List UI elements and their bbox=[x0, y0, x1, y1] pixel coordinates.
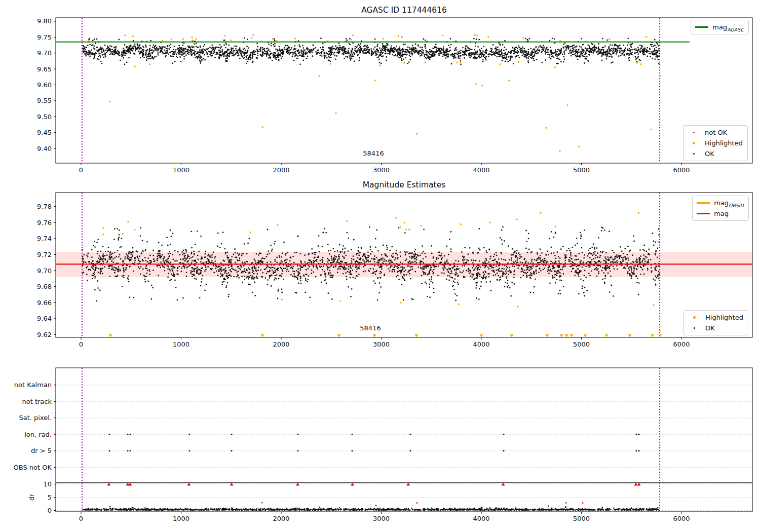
legend-label: Highlighted bbox=[705, 140, 743, 146]
svg-text:9.78: 9.78 bbox=[37, 203, 52, 210]
charts-canvas: 01000200030004000500060009.409.459.509.5… bbox=[0, 0, 760, 532]
svg-text:9.80: 9.80 bbox=[37, 17, 52, 25]
legend-label: magOBSID bbox=[714, 200, 744, 206]
legend-label: not OK bbox=[705, 129, 727, 136]
legend-entry-highlighted: Highlighted bbox=[687, 138, 743, 148]
svg-text:9.65: 9.65 bbox=[37, 65, 52, 73]
svg-text:1000: 1000 bbox=[173, 340, 189, 348]
svg-text:2000: 2000 bbox=[273, 166, 289, 174]
svg-text:9.75: 9.75 bbox=[37, 33, 52, 41]
svg-text:6000: 6000 bbox=[673, 515, 690, 522]
legend-label: magAGASC bbox=[712, 24, 744, 30]
legend-entry-not-ok: not OK bbox=[687, 127, 743, 138]
legend-entry-highlighted: Highlighted bbox=[688, 312, 743, 323]
legend-middle-status: HighlightedOK bbox=[683, 310, 748, 335]
legend-label: Highlighted bbox=[705, 314, 743, 321]
svg-text:9.64: 9.64 bbox=[37, 315, 52, 322]
legend-entry-mag: mag bbox=[696, 208, 744, 219]
legend-label: mag bbox=[714, 210, 729, 217]
legend-top-status: not OKHighlightedOK bbox=[683, 125, 748, 161]
dot-swatch-black bbox=[687, 153, 701, 155]
svg-text:dr > 5: dr > 5 bbox=[31, 447, 52, 454]
middle-plot-obsid-annotation: 58416 bbox=[360, 324, 381, 332]
svg-text:9.74: 9.74 bbox=[37, 235, 52, 242]
svg-text:5000: 5000 bbox=[573, 515, 590, 522]
legend-label: OK bbox=[705, 150, 714, 157]
dot-swatch-orange bbox=[687, 142, 701, 144]
svg-text:9.50: 9.50 bbox=[37, 113, 52, 121]
svg-text:0: 0 bbox=[79, 166, 83, 174]
svg-text:3000: 3000 bbox=[373, 166, 390, 174]
svg-text:9.72: 9.72 bbox=[37, 251, 52, 258]
svg-text:6000: 6000 bbox=[673, 340, 690, 348]
legend-entry-ok: OK bbox=[688, 323, 743, 333]
svg-text:1000: 1000 bbox=[173, 166, 189, 174]
svg-text:4000: 4000 bbox=[473, 340, 489, 348]
svg-text:5: 5 bbox=[48, 493, 52, 501]
svg-text:2000: 2000 bbox=[273, 340, 289, 348]
legend-entry-magagasc: magAGASC bbox=[695, 22, 744, 32]
svg-text:0: 0 bbox=[48, 507, 52, 514]
bottom-plot: 0100020003000400050006000not Kalmannot t… bbox=[14, 368, 753, 522]
svg-text:2000: 2000 bbox=[273, 515, 289, 522]
svg-text:9.66: 9.66 bbox=[37, 299, 52, 307]
svg-text:9.62: 9.62 bbox=[37, 331, 52, 338]
svg-text:9.40: 9.40 bbox=[37, 145, 52, 153]
svg-text:6000: 6000 bbox=[673, 166, 690, 174]
line-swatch-green bbox=[695, 26, 708, 28]
top-plot-obsid-annotation: 58416 bbox=[363, 149, 384, 157]
figure: 01000200030004000500060009.409.459.509.5… bbox=[0, 0, 760, 532]
svg-text:9.76: 9.76 bbox=[37, 219, 52, 226]
svg-text:9.45: 9.45 bbox=[37, 129, 52, 136]
top-plot: 01000200030004000500060009.409.459.509.5… bbox=[37, 17, 752, 174]
middle-plot-title: Magnitude Estimates bbox=[56, 180, 752, 189]
svg-text:5000: 5000 bbox=[573, 166, 590, 174]
svg-text:10: 10 bbox=[43, 480, 52, 488]
legend-entry-ok: OK bbox=[687, 148, 743, 159]
dr-axis-label: dr bbox=[28, 493, 35, 501]
svg-text:9.60: 9.60 bbox=[37, 81, 52, 89]
svg-text:9.55: 9.55 bbox=[37, 97, 52, 104]
svg-text:not track: not track bbox=[22, 398, 52, 405]
svg-text:4000: 4000 bbox=[473, 166, 489, 174]
svg-text:Sat. pixel.: Sat. pixel. bbox=[19, 414, 52, 422]
dot-swatch-red bbox=[687, 132, 701, 133]
line-swatch-orange bbox=[696, 202, 710, 204]
svg-text:1000: 1000 bbox=[173, 515, 189, 522]
dot-swatch-black bbox=[688, 327, 701, 329]
svg-text:0: 0 bbox=[79, 515, 83, 522]
svg-text:0: 0 bbox=[79, 340, 83, 348]
svg-text:OBS not OK: OBS not OK bbox=[14, 464, 52, 471]
middle-plot: 01000200030004000500060009.629.649.669.6… bbox=[37, 193, 752, 348]
svg-text:3000: 3000 bbox=[373, 515, 390, 522]
line-swatch-red bbox=[696, 213, 710, 214]
legend-label: OK bbox=[705, 325, 715, 331]
legend-mag-agasc: magAGASC bbox=[691, 20, 749, 34]
svg-text:9.68: 9.68 bbox=[37, 283, 52, 290]
svg-text:not Kalman: not Kalman bbox=[14, 381, 52, 389]
legend-mag-lines: magOBSIDmag bbox=[692, 196, 749, 221]
svg-text:9.70: 9.70 bbox=[37, 267, 52, 275]
legend-entry-magobsid: magOBSID bbox=[696, 198, 744, 208]
dot-swatch-orange bbox=[688, 316, 701, 319]
svg-text:Ion. rad.: Ion. rad. bbox=[24, 431, 52, 438]
svg-text:4000: 4000 bbox=[473, 515, 489, 522]
top-plot-title: AGASC ID 117444616 bbox=[56, 6, 752, 15]
svg-text:9.70: 9.70 bbox=[37, 49, 52, 57]
svg-text:5000: 5000 bbox=[573, 340, 590, 348]
svg-text:3000: 3000 bbox=[373, 340, 390, 348]
